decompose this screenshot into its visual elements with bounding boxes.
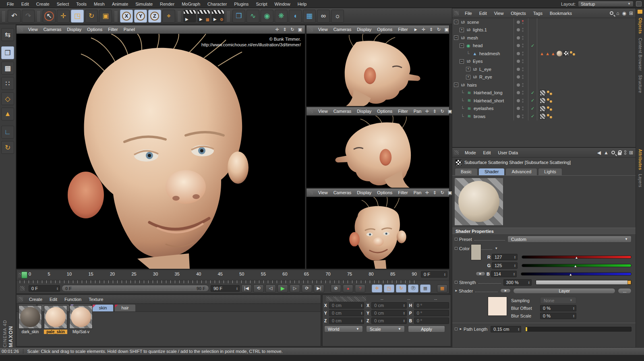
tab-structure[interactable]: Structure: [638, 75, 642, 93]
enable-check-icon[interactable]: ✓: [528, 112, 537, 120]
tree-item-head[interactable]: −◉head ✓: [452, 42, 636, 50]
tab-advanced[interactable]: Advanced: [505, 168, 537, 175]
tree-item-brows[interactable]: └≋brows ✓: [452, 112, 636, 120]
record-button[interactable]: ●: [343, 284, 353, 293]
viewport-menu-item[interactable]: Display: [64, 27, 84, 32]
viewport-menu-item[interactable]: Cameras: [331, 190, 354, 195]
enable-check-icon[interactable]: ✓: [528, 42, 537, 50]
tree-item-hairhead-long[interactable]: └≋Hairhead_long ✓: [452, 89, 636, 97]
strength-field[interactable]: 300 %▲▼: [503, 279, 532, 286]
collapse-icon[interactable]: −: [454, 83, 458, 87]
tree-item-l-eye[interactable]: +L0L_eye: [452, 65, 636, 73]
viewport-render-area[interactable]: [306, 116, 449, 188]
viewport-pan-icon[interactable]: ✛: [424, 109, 430, 114]
viewport-maximize-icon[interactable]: ▣: [444, 27, 449, 32]
viewport-pan-icon[interactable]: ✛: [274, 27, 280, 32]
viewport-dolly-icon[interactable]: ⇕: [429, 27, 434, 32]
record-disabled-button[interactable]: ⊘: [331, 284, 341, 293]
viewport-menu-item[interactable]: Filter: [395, 27, 410, 32]
visibility-toggles[interactable]: [514, 81, 528, 89]
viewport-grip[interactable]: [308, 109, 313, 114]
tree-item-hairhead-short[interactable]: └≋Hairhead_short ✓: [452, 97, 636, 105]
viewport-menu-item[interactable]: Filter: [395, 109, 410, 114]
menu-item[interactable]: Tools: [72, 2, 90, 6]
channel-g-slider[interactable]: ▲: [522, 264, 632, 267]
animate-checkbox[interactable]: [455, 238, 458, 241]
viewport-menu-item[interactable]: Cameras: [41, 27, 64, 32]
rotate-tool-button[interactable]: ↻: [85, 10, 98, 23]
viewport-rotate-icon[interactable]: ↻: [290, 27, 295, 32]
viewport-dolly-icon[interactable]: ⇕: [282, 27, 288, 32]
tag-list[interactable]: [537, 112, 636, 120]
next-frame-button[interactable]: ▷: [290, 284, 300, 293]
side-viewport-bottom[interactable]: ViewCamerasDisplayOptionsFilterPan ✛ ⇕ ↻…: [306, 188, 449, 269]
coordinate-mode-dropdown[interactable]: Scale▼: [366, 326, 405, 332]
tab-content-browser[interactable]: Content Browser: [638, 38, 642, 71]
viewport-menu-item[interactable]: Display: [354, 109, 374, 114]
toolbar-grip[interactable]: [37, 11, 40, 21]
collapse-icon[interactable]: −: [460, 59, 464, 64]
object-manager-menu-item[interactable]: Edit: [476, 11, 491, 16]
viewport-menu-item[interactable]: Cameras: [331, 27, 354, 32]
add-cube-button[interactable]: ❒: [232, 10, 245, 23]
edge-mode-button[interactable]: ◇: [1, 92, 14, 105]
channel-r-field[interactable]: 127▲▼: [492, 254, 518, 260]
material-menu-item[interactable]: Function: [61, 297, 85, 302]
timeline-ruler[interactable]: 051015202530354045505560657075808590 0 F…: [17, 270, 449, 280]
object-manager-menu-item[interactable]: Objects: [507, 11, 529, 16]
hair-tag-icon[interactable]: [547, 98, 552, 103]
viewport-rotate-icon[interactable]: ↻: [439, 190, 445, 195]
point-mode-button[interactable]: ∷: [1, 77, 14, 90]
path-length-slider[interactable]: [525, 327, 632, 332]
enable-check-icon[interactable]: ✓: [528, 89, 537, 97]
side-viewport-top[interactable]: ViewCamerasDisplayOptionsFilter ► ✛ ⇕ ↻ …: [306, 25, 449, 106]
visibility-toggles[interactable]: [514, 58, 528, 66]
position-x-field[interactable]: X0 cm▲▼: [324, 302, 364, 309]
tree-item-mesh[interactable]: −L0mesh: [452, 34, 636, 42]
viewport-menu-item[interactable]: Cameras: [331, 109, 354, 114]
visibility-toggles[interactable]: [514, 105, 528, 113]
scale-x-field[interactable]: X0 cm▲▼: [367, 302, 406, 309]
keyframe-parameter-toggle[interactable]: Ⓟ: [408, 284, 418, 293]
hair-tag-icon[interactable]: [570, 51, 575, 56]
live-selection-button[interactable]: ↖: [43, 10, 56, 23]
object-manager-menu-item[interactable]: Bookmarks: [546, 11, 576, 16]
hair-tag-icon[interactable]: [547, 114, 552, 118]
next-key-button[interactable]: ⟳: [302, 284, 312, 293]
enable-check-icon[interactable]: ✓: [528, 105, 537, 113]
tree-item-headmesh[interactable]: └▲headmesh ▲▲▲: [452, 50, 636, 58]
menu-item[interactable]: Mesh: [90, 2, 108, 6]
history-back-icon[interactable]: ◀: [597, 150, 601, 156]
position-y-field[interactable]: Y0 cm▲▼: [324, 310, 364, 316]
menu-item[interactable]: Simulate: [132, 2, 156, 6]
camera-button[interactable]: ∞: [317, 10, 330, 23]
expand-icon[interactable]: +: [460, 28, 464, 32]
visibility-toggles[interactable]: [514, 73, 528, 81]
tab-lights[interactable]: Lights: [538, 168, 562, 175]
viewport-menu-item[interactable]: Filter: [395, 190, 410, 195]
previous-frame-button[interactable]: ◁: [265, 284, 276, 293]
range-start-field[interactable]: 0 F▲▼: [29, 285, 60, 292]
animate-checkbox[interactable]: [455, 247, 458, 250]
keyframe-selection-button[interactable]: ▦: [437, 284, 447, 293]
home-icon[interactable]: ⌂: [616, 10, 619, 16]
tab-hair[interactable]: hair: [114, 304, 135, 311]
tree-item-hairs[interactable]: −L0hairs: [452, 81, 636, 89]
menu-item[interactable]: Script: [252, 2, 271, 6]
hair-tag-icon[interactable]: [547, 106, 552, 111]
tag-list[interactable]: ▲▲▲: [537, 50, 636, 58]
preset-dropdown[interactable]: Custom▼: [507, 236, 632, 243]
add-panel-icon[interactable]: ⊞: [629, 10, 633, 16]
object-manager-menu-item[interactable]: File: [461, 11, 476, 16]
menu-item[interactable]: Edit: [18, 2, 33, 6]
material-mip-sat[interactable]: Mip/Sat-v: [69, 305, 93, 334]
autokey-help-button[interactable]: ?: [355, 284, 365, 293]
visibility-toggles[interactable]: [514, 26, 528, 34]
visibility-toggles[interactable]: [514, 34, 528, 42]
selection-tag-icon[interactable]: ▲: [551, 51, 555, 56]
tab-objects[interactable]: Objects: [638, 18, 642, 34]
apply-button[interactable]: Apply: [408, 326, 445, 332]
menu-item[interactable]: MoGraph: [178, 2, 204, 6]
range-end-field[interactable]: 90 F▲▼: [211, 285, 240, 292]
viewport-render-area[interactable]: © Bunk Timmer. http://www.comichouse.nl/…: [17, 34, 305, 269]
